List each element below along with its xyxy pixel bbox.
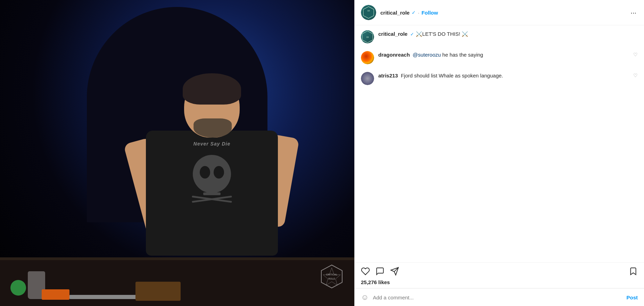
svg-marker-7 <box>321 265 342 288</box>
svg-text:CR: CR <box>367 10 370 12</box>
bookmark-button[interactable] <box>629 267 638 276</box>
post-header: CR critical_role ✓ · Follow ··· <box>355 0 644 25</box>
person-figure: Never Say Die <box>125 77 299 278</box>
table-edge <box>0 257 354 260</box>
avatar-inner: CR <box>362 6 375 19</box>
caption-avatar-img: CR <box>361 30 374 43</box>
critical-role-watermark: CRITICAL ROLE <box>320 264 344 289</box>
comment-2-avatar-img <box>361 72 374 85</box>
action-icons-row <box>361 267 638 276</box>
comment-1-like[interactable]: ♡ <box>633 51 638 57</box>
comments-area: CR critical_role ✓ ⚔️LET'S DO THIS! ⚔️ d… <box>355 25 644 263</box>
comment-item: dragonreach @suteroozu he has the saying… <box>361 51 638 64</box>
right-panel: CR critical_role ✓ · Follow ··· CR <box>354 0 644 306</box>
svg-text:ROLE: ROLE <box>328 278 335 280</box>
like-button[interactable] <box>361 267 370 276</box>
svg-rect-3 <box>203 188 221 191</box>
comment-2-username[interactable]: atris213 <box>378 73 398 78</box>
emoji-button[interactable]: ☺ <box>361 293 369 302</box>
comment-1-mention[interactable]: @suteroozu <box>413 52 441 58</box>
caption-username[interactable]: critical_role <box>378 31 407 37</box>
comment-2-avatar[interactable] <box>361 72 374 85</box>
likes-count: 25,276 likes <box>361 279 638 285</box>
comment-icon <box>375 267 385 276</box>
shirt-text: Never Say Die <box>146 141 278 147</box>
post-image: Never Say Die <box>0 0 354 306</box>
comment-1-text: he has the saying <box>442 52 483 58</box>
header-username[interactable]: critical_role <box>380 10 410 16</box>
heart-icon <box>361 267 370 276</box>
laptop-prop <box>69 295 139 299</box>
svg-point-0 <box>193 155 231 193</box>
comment-item: atris213 Fjord should list Whale as spok… <box>361 72 638 85</box>
caption-item: CR critical_role ✓ ⚔️LET'S DO THIS! ⚔️ <box>361 30 638 43</box>
more-options-button[interactable]: ··· <box>629 9 638 17</box>
comment-1-avatar-img <box>361 51 374 64</box>
caption-text: ⚔️LET'S DO THIS! ⚔️ <box>416 31 468 37</box>
post-comment-button[interactable]: Post <box>626 295 638 300</box>
table-surface <box>0 257 354 306</box>
svg-marker-11 <box>363 7 374 18</box>
comment-button[interactable] <box>375 267 385 276</box>
comment-input[interactable] <box>373 295 622 300</box>
post-image-panel: Never Say Die <box>0 0 354 306</box>
share-button[interactable] <box>390 267 399 276</box>
caption-verified: ✓ <box>410 32 414 37</box>
bookmark-icon <box>629 267 638 276</box>
orange-tray-prop <box>42 289 69 300</box>
svg-rect-4 <box>203 192 221 195</box>
more-icon: ··· <box>630 9 636 16</box>
comment-input-area: ☺ Post <box>355 288 644 306</box>
person-hair <box>183 73 241 105</box>
green-ball-prop <box>10 280 26 296</box>
caption-content: critical_role ✓ ⚔️LET'S DO THIS! ⚔️ <box>378 30 638 38</box>
share-icon <box>390 267 399 276</box>
watermark-svg: CRITICAL ROLE <box>320 264 344 289</box>
shirt-body: Never Say Die <box>146 131 278 256</box>
svg-marker-10 <box>323 268 340 285</box>
avatar-image: CR <box>361 5 376 20</box>
account-avatar[interactable]: CR <box>361 5 376 20</box>
verified-badge: ✓ <box>412 10 416 15</box>
svg-text:CR: CR <box>366 36 369 38</box>
comment-2-content: atris213 Fjord should list Whale as spok… <box>378 72 629 80</box>
svg-point-1 <box>200 166 210 179</box>
comment-2-like[interactable]: ♡ <box>633 72 638 78</box>
person-head <box>184 77 240 138</box>
person-beard <box>193 118 232 138</box>
svg-point-2 <box>214 166 224 179</box>
comment-2-text: Fjord should list Whale as spoken langua… <box>401 73 503 78</box>
skull-graphic <box>186 151 238 207</box>
follow-button[interactable]: Follow <box>421 10 438 16</box>
comment-1-avatar[interactable] <box>361 51 374 64</box>
caption-avatar[interactable]: CR <box>361 30 374 43</box>
dice-box-prop <box>135 282 181 301</box>
comment-1-content: dragonreach @suteroozu he has the saying <box>378 51 629 59</box>
header-user-info: critical_role ✓ · Follow <box>380 10 625 16</box>
dot-separator: · <box>418 10 419 16</box>
comment-1-username[interactable]: dragonreach <box>378 52 410 58</box>
action-bar: 25,276 likes <box>355 263 644 288</box>
